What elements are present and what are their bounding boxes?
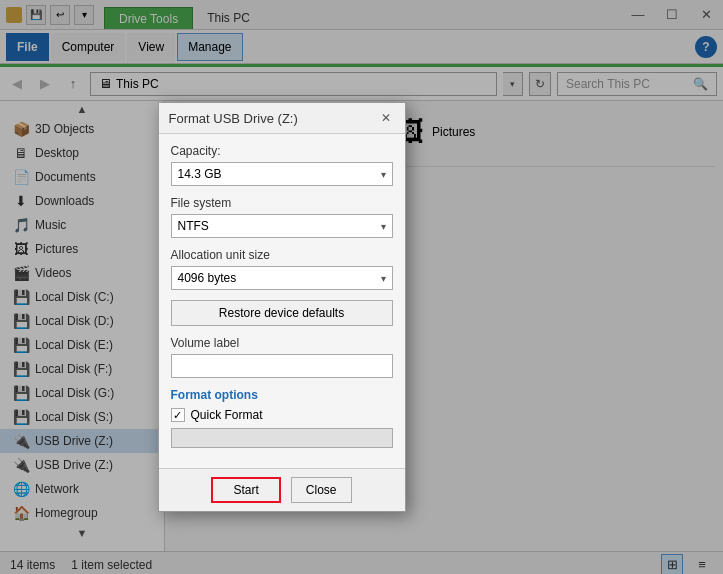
modal-footer: Start Close <box>159 468 405 511</box>
allocation-label: Allocation unit size <box>171 248 393 262</box>
allocation-dropdown[interactable]: 4096 bytes ▾ <box>171 266 393 290</box>
filesystem-arrow-icon: ▾ <box>381 221 386 232</box>
modal-title-bar: Format USB Drive (Z:) ✕ <box>159 103 405 134</box>
progress-bar <box>171 428 393 448</box>
quick-format-row: ✓ Quick Format <box>171 408 393 422</box>
format-dialog: Format USB Drive (Z:) ✕ Capacity: 14.3 G… <box>158 102 406 512</box>
capacity-dropdown[interactable]: 14.3 GB ▾ <box>171 162 393 186</box>
modal-close-button[interactable]: ✕ <box>377 109 395 127</box>
volume-input[interactable] <box>171 354 393 378</box>
quick-format-label: Quick Format <box>191 408 263 422</box>
modal-body: Capacity: 14.3 GB ▾ File system NTFS ▾ A… <box>159 134 405 468</box>
quick-format-checkbox[interactable]: ✓ <box>171 408 185 422</box>
allocation-arrow-icon: ▾ <box>381 273 386 284</box>
restore-defaults-button[interactable]: Restore device defaults <box>171 300 393 326</box>
allocation-value: 4096 bytes <box>178 271 237 285</box>
volume-label: Volume label <box>171 336 393 350</box>
capacity-value: 14.3 GB <box>178 167 222 181</box>
capacity-arrow-icon: ▾ <box>381 169 386 180</box>
modal-title: Format USB Drive (Z:) <box>169 111 298 126</box>
start-button[interactable]: Start <box>211 477 280 503</box>
modal-overlay: Format USB Drive (Z:) ✕ Capacity: 14.3 G… <box>0 0 723 574</box>
filesystem-dropdown[interactable]: NTFS ▾ <box>171 214 393 238</box>
filesystem-label: File system <box>171 196 393 210</box>
filesystem-value: NTFS <box>178 219 209 233</box>
modal-close-btn[interactable]: Close <box>291 477 352 503</box>
capacity-label: Capacity: <box>171 144 393 158</box>
format-options-label: Format options <box>171 388 393 402</box>
